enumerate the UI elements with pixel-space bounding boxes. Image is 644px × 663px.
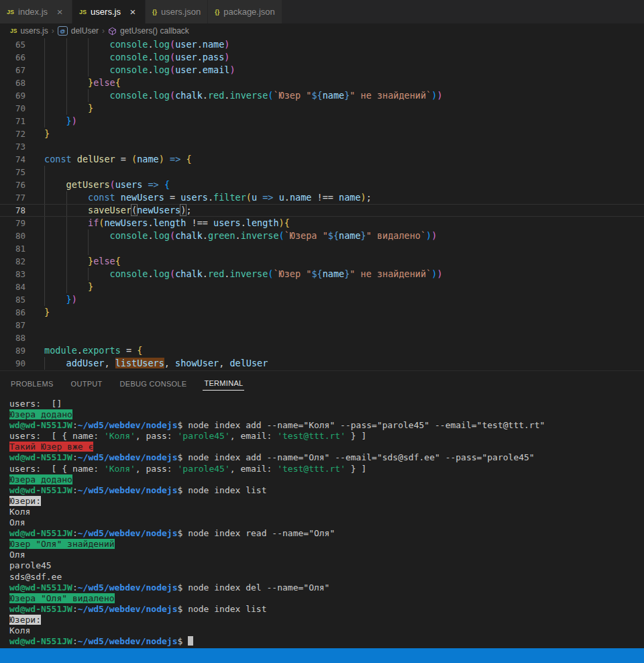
terminal-text: : bbox=[72, 636, 78, 646]
panel-tab-debug-console[interactable]: DEBUG CONSOLE bbox=[119, 376, 189, 391]
indent-guide bbox=[66, 102, 67, 115]
code-line[interactable]: 71 }) bbox=[0, 115, 644, 128]
token: ) bbox=[437, 268, 442, 279]
code-line[interactable]: 79 if(newUsers.length !== users.length){ bbox=[0, 217, 644, 230]
token: addUser bbox=[66, 358, 105, 368]
code-content: }else{ bbox=[25, 255, 644, 268]
code-line[interactable]: 78 saveUser(newUsers); bbox=[0, 204, 644, 217]
code-line[interactable]: 69 console.log(chalk.red.inverse(`Юзер "… bbox=[0, 89, 644, 102]
code-line[interactable]: 85 }) bbox=[0, 293, 644, 306]
indent-guide bbox=[44, 293, 45, 306]
line-number: 71 bbox=[0, 115, 25, 128]
code-line[interactable]: 81 bbox=[0, 242, 644, 255]
code-line[interactable]: 77 const newUsers = users.filter(u => u.… bbox=[0, 191, 644, 204]
code-line[interactable]: 89module.exports = { bbox=[0, 344, 644, 357]
token bbox=[44, 268, 110, 279]
code-line[interactable]: 74const delUser = (name) => { bbox=[0, 153, 644, 166]
terminal-line: Юзер "Оля" знайдений bbox=[9, 539, 644, 550]
token: users bbox=[213, 217, 241, 228]
terminal-line: sds@sdf.ee bbox=[9, 572, 644, 582]
indent-guide bbox=[44, 102, 45, 115]
token: = bbox=[121, 345, 137, 356]
indent-guide bbox=[66, 268, 67, 280]
code-line[interactable]: 73 bbox=[0, 140, 644, 153]
terminal-line: Юзери: bbox=[9, 496, 644, 507]
tab-package.json[interactable]: {}package.json bbox=[208, 0, 282, 23]
token: . bbox=[148, 90, 153, 101]
indent-guide bbox=[66, 255, 67, 268]
code-line[interactable]: 82 }else{ bbox=[0, 255, 644, 268]
terminal-text: sds@sdf.ee bbox=[9, 572, 62, 582]
terminal[interactable]: users: []Юзера доданоwd@wd-N551JW:~/wd5/… bbox=[0, 395, 644, 648]
code-content: console.log(chalk.red.inverse(`Юзер "${n… bbox=[25, 268, 644, 280]
code-line[interactable]: 72} bbox=[0, 128, 644, 140]
breadcrumb[interactable]: JSusers.js›@delUser›getUsers() callback bbox=[0, 23, 644, 38]
code-line[interactable]: 67 console.log(user.email) bbox=[0, 64, 644, 76]
code-line[interactable]: 91} bbox=[0, 370, 644, 370]
tab-users.js[interactable]: JSusers.js× bbox=[72, 0, 146, 23]
code-line[interactable]: 84 } bbox=[0, 280, 644, 293]
token: name bbox=[339, 230, 361, 241]
line-number: 83 bbox=[0, 268, 25, 280]
symbol-method-icon bbox=[108, 27, 117, 36]
line-number: 68 bbox=[0, 76, 25, 89]
line-number: 73 bbox=[0, 140, 25, 153]
terminal-cursor[interactable] bbox=[188, 636, 193, 646]
token: name bbox=[339, 192, 361, 203]
code-line[interactable]: 65 console.log(user.name) bbox=[0, 38, 644, 51]
terminal-text: node index read --name="Оля" bbox=[188, 528, 335, 538]
code-line[interactable]: 68 }else{ bbox=[0, 76, 644, 89]
panel-tab-terminal[interactable]: TERMINAL bbox=[203, 376, 244, 391]
code-content bbox=[25, 140, 644, 153]
code-line[interactable]: 88 bbox=[0, 332, 644, 344]
code-line[interactable]: 80 console.log(chalk.green.inverse(`Юзер… bbox=[0, 230, 644, 242]
token: u bbox=[252, 192, 257, 203]
token: listUsers bbox=[115, 358, 164, 368]
code-line[interactable]: 66 console.log(user.pass) bbox=[0, 51, 644, 64]
token: name bbox=[290, 192, 312, 203]
token: ( bbox=[170, 52, 175, 62]
terminal-text: node index add --name="Оля" --email="sds… bbox=[188, 452, 535, 462]
code-line[interactable]: 90 addUser, listUsers, showUser, delUser bbox=[0, 357, 644, 370]
panel-tab-output[interactable]: OUTPUT bbox=[70, 376, 104, 391]
indent-guide bbox=[88, 38, 89, 51]
code-line[interactable]: 75 bbox=[0, 166, 644, 178]
terminal-text: : bbox=[72, 420, 78, 430]
token: log bbox=[154, 268, 170, 279]
editor[interactable]: 65 console.log(user.name)66 console.log(… bbox=[0, 38, 644, 370]
indent-guide bbox=[66, 230, 67, 242]
tab-index.js[interactable]: JSindex.js× bbox=[0, 0, 72, 23]
indent-guide bbox=[66, 205, 67, 216]
token: , bbox=[164, 358, 175, 368]
indent-guide bbox=[44, 205, 45, 216]
tab-users.json[interactable]: {}users.json bbox=[146, 0, 208, 23]
breadcrumb-label: delUser bbox=[71, 26, 99, 36]
code-line[interactable]: 86} bbox=[0, 306, 644, 319]
terminal-text: 'test@ttt.rt' bbox=[277, 464, 345, 474]
code-line[interactable]: 76 getUsers(users => { bbox=[0, 178, 644, 191]
token: red bbox=[208, 268, 224, 279]
breadcrumb-item-file[interactable]: JSusers.js bbox=[10, 26, 48, 36]
token: . bbox=[148, 52, 153, 62]
terminal-text: , pass: bbox=[136, 431, 178, 441]
token bbox=[44, 358, 66, 368]
indent-guide bbox=[88, 242, 89, 255]
token: ( bbox=[170, 268, 175, 279]
tab-label: index.js bbox=[18, 7, 48, 17]
token: chalk bbox=[175, 90, 203, 101]
breadcrumb-item-symbol[interactable]: getUsers() callback bbox=[108, 26, 189, 36]
token: log bbox=[154, 64, 170, 75]
code-line[interactable]: 87 bbox=[0, 319, 644, 332]
code-line[interactable]: 83 console.log(chalk.red.inverse(`Юзер "… bbox=[0, 268, 644, 280]
code-line[interactable]: 70 } bbox=[0, 102, 644, 115]
close-icon[interactable]: × bbox=[54, 6, 65, 17]
breadcrumb-item-symbol[interactable]: @delUser bbox=[58, 26, 99, 36]
panel-tab-problems[interactable]: PROBLEMS bbox=[9, 376, 55, 391]
close-icon[interactable]: × bbox=[127, 6, 138, 17]
terminal-text: $ bbox=[177, 485, 188, 495]
token: " не знайдений` bbox=[350, 268, 431, 279]
indent-guide bbox=[44, 357, 45, 370]
tab-label: package.json bbox=[223, 7, 275, 17]
token: newUsers bbox=[121, 192, 164, 203]
token: newUsers bbox=[137, 205, 180, 215]
